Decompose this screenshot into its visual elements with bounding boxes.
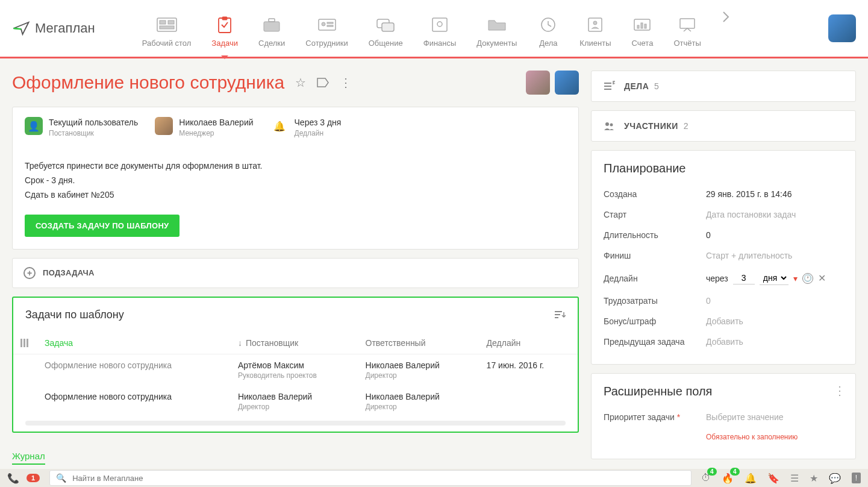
nav-clients[interactable]: Клиенты <box>575 10 616 48</box>
star-icon[interactable]: ★ <box>810 473 818 484</box>
deadline-number-input[interactable] <box>733 272 755 284</box>
create-from-template-button[interactable]: СОЗДАТЬ ЗАДАЧУ ПО ШАБЛОНУ <box>25 215 180 237</box>
more-menu-icon[interactable]: ⋮ <box>340 75 352 90</box>
task-header: 👤 Текущий пользовательПостановщик Никола… <box>13 107 578 147</box>
bonus-add[interactable]: Добавить <box>706 316 843 326</box>
nav-documents[interactable]: Документы <box>472 10 522 48</box>
nav-label: Отчёты <box>673 39 701 48</box>
svg-rect-24 <box>20 339 22 347</box>
col-task[interactable]: Задача <box>37 332 231 354</box>
panel-menu-icon[interactable]: ⋮ <box>834 383 846 398</box>
bell-icon[interactable]: 🔔 <box>745 473 757 484</box>
avatar[interactable] <box>526 71 550 95</box>
clock-icon[interactable]: 🕐 <box>802 273 813 284</box>
sort-icon[interactable] <box>554 310 566 319</box>
nav-tasks[interactable]: Задачи <box>207 10 243 48</box>
tab-journal[interactable]: Журнал <box>12 451 45 465</box>
person-icon: 👤 <box>25 117 43 135</box>
extended-fields-panel: ⋮ Расширенные поля Приоритет задачи * Вы… <box>591 373 856 459</box>
nav-label: Клиенты <box>579 39 611 48</box>
duration-value[interactable]: 0 <box>706 230 843 240</box>
nav-finance[interactable]: Финансы <box>419 10 461 48</box>
scrollbar[interactable] <box>25 421 566 426</box>
search-input[interactable] <box>72 474 685 483</box>
nav-invoices[interactable]: Счета <box>626 10 658 48</box>
deals-label: ДЕЛА 5 <box>624 81 845 91</box>
clear-icon[interactable]: ✕ <box>818 272 826 284</box>
owner-block[interactable]: 👤 Текущий пользовательПостановщик <box>25 117 138 137</box>
nav-label: Дела <box>539 39 557 48</box>
table-row[interactable]: Оформление нового сотрудника Артёмов Мак… <box>13 354 578 386</box>
cell-task: Оформление нового сотрудника <box>37 354 231 386</box>
task-card: 👤 Текущий пользовательПостановщик Никола… <box>12 107 579 250</box>
svg-rect-11 <box>327 25 333 27</box>
badge: 4 <box>707 468 717 476</box>
people-icon <box>602 119 616 133</box>
columns-icon[interactable] <box>13 332 37 354</box>
bookmark-icon[interactable]: 🔖 <box>767 473 779 484</box>
prev-add[interactable]: Добавить <box>706 337 843 347</box>
deadline-block[interactable]: 🔔 Через 3 дняДедлайн <box>270 117 342 137</box>
cell-deadline <box>479 386 578 417</box>
cell-deadline: 17 июн. 2016 г. <box>479 354 578 386</box>
user-avatar[interactable] <box>828 14 856 42</box>
nav-label: Общение <box>369 39 403 48</box>
priority-label: Приоритет задачи * <box>604 412 706 422</box>
contacts-icon <box>584 16 606 34</box>
svg-rect-25 <box>23 339 25 347</box>
chart-icon <box>631 16 653 34</box>
nav-employees[interactable]: Сотрудники <box>301 10 352 48</box>
cell-resp: Николаев ВалерийДиректор <box>358 386 479 417</box>
deadline-editor: через дня ▾ 🕐 ✕ <box>706 271 843 285</box>
participants-label: УЧАСТНИКИ 2 <box>624 121 845 131</box>
start-value[interactable]: Дата постановки задач <box>706 210 843 219</box>
start-label: Старт <box>604 210 706 219</box>
briefcase-icon <box>261 16 283 34</box>
table-row[interactable]: Оформление нового сотрудника Николаев Ва… <box>13 386 578 417</box>
filter-icon[interactable]: ☰ <box>790 473 799 484</box>
nav-more-arrow[interactable] <box>722 10 730 24</box>
manager-block[interactable]: Николаев ВалерийМенеджер <box>155 117 253 137</box>
task-description: Требуется принести все документы для офо… <box>13 147 578 214</box>
avatar[interactable] <box>555 71 579 95</box>
svg-rect-10 <box>327 22 333 24</box>
presentation-icon <box>676 16 698 34</box>
chevron-right-icon <box>722 10 730 24</box>
nav-dashboard[interactable]: Рабочий стол <box>137 10 196 48</box>
svg-point-18 <box>593 21 597 25</box>
phone-icon[interactable]: 📞 <box>7 473 19 484</box>
star-icon[interactable]: ☆ <box>295 75 306 90</box>
nav-label: Финансы <box>423 39 457 48</box>
svg-rect-7 <box>269 19 275 22</box>
deadline-unit-select[interactable]: дня <box>760 271 788 285</box>
add-subtask-button[interactable]: + ПОДЗАДАЧА <box>13 259 578 287</box>
timer-icon[interactable]: ⏱4 <box>701 473 711 483</box>
created-label: Создана <box>604 189 706 199</box>
col-setter[interactable]: ↓Постановщик <box>231 332 358 354</box>
svg-rect-26 <box>27 339 28 347</box>
tag-icon[interactable] <box>317 78 329 87</box>
nav-label: Задачи <box>211 39 238 48</box>
nav-reports[interactable]: Отчёты <box>669 10 705 48</box>
logo[interactable]: Мегаплан <box>12 19 95 37</box>
alert-icon[interactable]: ! <box>852 473 861 483</box>
nav-chat[interactable]: Общение <box>364 10 408 48</box>
svg-rect-13 <box>382 23 394 31</box>
owner-role: Постановщик <box>49 129 138 137</box>
deadline-label: Дедлайн <box>604 274 706 283</box>
participants-panel[interactable]: УЧАСТНИКИ 2 <box>591 110 856 142</box>
deals-panel[interactable]: + ДЕЛА 5 <box>591 71 856 102</box>
col-resp[interactable]: Ответственный <box>358 332 479 354</box>
fire-icon[interactable]: 🔥4 <box>722 473 734 484</box>
col-deadline[interactable]: Дедлайн <box>479 332 578 354</box>
nav-todos[interactable]: Дела <box>532 10 564 48</box>
nav-deals[interactable]: Сделки <box>254 10 290 48</box>
finish-value[interactable]: Старт + длительность <box>706 251 843 260</box>
avatar <box>155 117 173 135</box>
svg-rect-2 <box>168 20 174 24</box>
message-icon[interactable]: 💬 <box>829 473 841 484</box>
search-box[interactable]: 🔍 <box>49 470 692 486</box>
finish-label: Финиш <box>604 251 706 260</box>
priority-select[interactable]: Выберите значение <box>706 412 843 422</box>
effort-value[interactable]: 0 <box>706 296 843 306</box>
